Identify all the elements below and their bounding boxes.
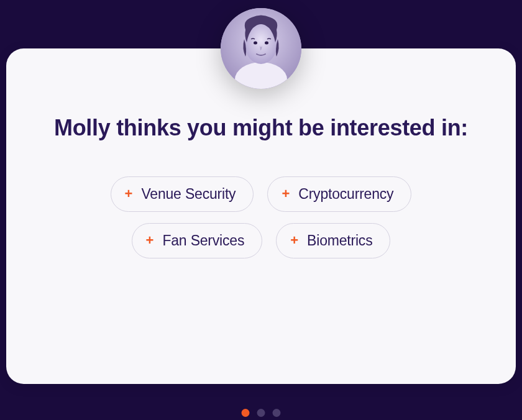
chip-biometrics[interactable]: + Biometrics [276,223,390,258]
suggestion-card: Molly thinks you might be interested in:… [6,48,516,384]
suggestion-heading: Molly thinks you might be interested in: [37,111,485,145]
pagination-dot-1[interactable] [242,409,250,417]
chip-label: Biometrics [307,232,372,249]
chip-label: Venue Security [141,186,236,203]
chip-label: Fan Services [162,232,244,249]
plus-icon: + [290,234,298,247]
svg-point-4 [265,42,268,45]
avatar [221,8,301,89]
chip-venue-security[interactable]: + Venue Security [111,176,254,212]
chip-cryptocurrency[interactable]: + Cryptocurrency [267,176,411,212]
plus-icon: + [146,234,154,247]
chip-fan-services[interactable]: + Fan Services [132,223,263,258]
plus-icon: + [125,187,133,201]
pagination-dots [242,409,281,417]
avatar-image [221,8,301,89]
chip-label: Cryptocurrency [298,186,393,203]
chip-container: + Venue Security + Cryptocurrency + Fan … [62,176,460,258]
pagination-dot-3[interactable] [273,409,281,417]
svg-point-3 [254,42,257,45]
pagination-dot-2[interactable] [257,409,265,417]
plus-icon: + [282,187,290,201]
